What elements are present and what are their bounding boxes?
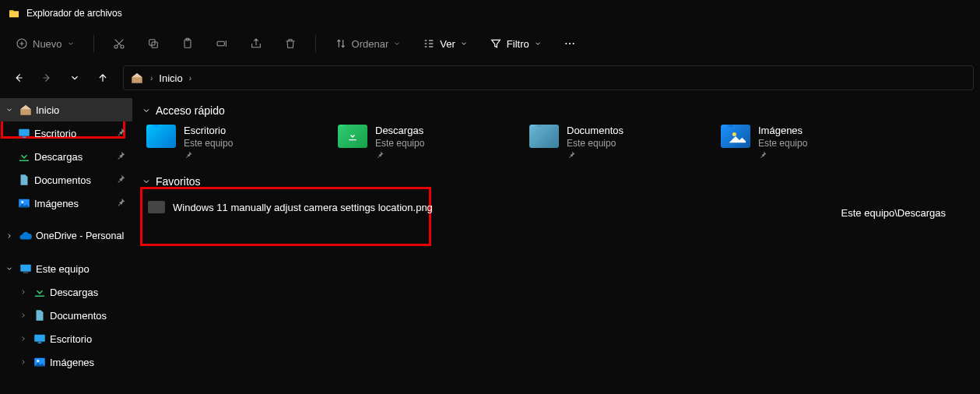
quick-access-item[interactable]: Imágenes Este equipo [721, 125, 892, 160]
arrow-right-icon [41, 72, 52, 83]
chevron-right-icon [5, 232, 13, 240]
chevron-right-icon [19, 288, 27, 296]
svg-point-2 [121, 45, 124, 48]
window-title: Explorador de archivos [26, 8, 122, 19]
nav-forward-button[interactable] [34, 65, 59, 90]
pc-icon [19, 262, 33, 276]
section-label: Favoritos [156, 175, 201, 188]
cut-button[interactable] [105, 33, 133, 55]
app-icon [8, 7, 20, 19]
new-button-label: Nuevo [33, 38, 62, 50]
sidebar-item-pc-imagenes[interactable]: Imágenes [0, 350, 132, 374]
quick-access-sub: Este equipo [567, 138, 623, 149]
copy-icon [147, 37, 160, 50]
svg-rect-17 [34, 335, 45, 342]
sidebar-item-onedrive[interactable]: OneDrive - Personal [0, 224, 132, 248]
copy-button[interactable] [139, 33, 167, 55]
home-icon [130, 71, 144, 85]
breadcrumb-root[interactable]: Inicio [159, 72, 182, 84]
folder-icon [721, 125, 750, 148]
sidebar-item-label: Este equipo [36, 263, 90, 275]
chevron-down-icon [5, 106, 13, 114]
quick-access-name: Documentos [567, 125, 623, 136]
pin-icon [115, 127, 126, 138]
sort-button-label: Ordenar [352, 38, 389, 50]
pin-icon [375, 150, 424, 160]
sidebar-item-pc-documentos[interactable]: Documentos [0, 304, 132, 327]
sidebar-item-descargas[interactable]: Descargas [0, 145, 132, 168]
sort-button[interactable]: Ordenar [327, 33, 409, 55]
desktop-icon [17, 126, 31, 140]
view-button-label: Ver [440, 38, 455, 50]
sidebar: Inicio Escritorio Descargas Documentos I… [0, 95, 132, 394]
svg-rect-15 [20, 265, 31, 272]
chevron-down-icon [460, 40, 468, 47]
rename-button[interactable] [208, 33, 236, 55]
cloud-icon [19, 229, 33, 243]
rename-icon [216, 37, 228, 50]
breadcrumb[interactable]: › Inicio › [123, 65, 974, 90]
svg-rect-18 [38, 343, 42, 344]
svg-point-10 [572, 43, 574, 44]
download-icon [17, 150, 31, 164]
quick-access-sub: Este equipo [758, 138, 807, 149]
toolbar: Nuevo Ordenar Ver Filtro [0, 26, 980, 61]
sidebar-item-documentos[interactable]: Documentos [0, 168, 132, 192]
svg-rect-12 [23, 137, 26, 139]
chevron-down-icon [142, 177, 151, 186]
toolbar-separator [315, 35, 316, 52]
quick-access-sub: Este equipo [375, 138, 424, 149]
section-quick-access[interactable]: Acceso rápido [142, 100, 972, 121]
sidebar-item-label: Imágenes [50, 357, 94, 368]
sidebar-item-label: Escritorio [34, 128, 76, 139]
sidebar-item-home[interactable]: Inicio [0, 98, 132, 121]
nav-row: › Inicio › [0, 61, 980, 95]
quick-access-sub: Este equipo [184, 138, 233, 149]
section-favorites[interactable]: Favoritos [142, 171, 972, 192]
picture-icon [33, 355, 47, 369]
share-button[interactable] [242, 33, 270, 55]
view-button[interactable]: Ver [415, 33, 476, 55]
paste-button[interactable] [174, 33, 202, 55]
sidebar-item-pc-descargas[interactable]: Descargas [0, 280, 132, 304]
chevron-right-icon [19, 335, 27, 343]
svg-point-14 [21, 201, 23, 203]
chevron-down-icon [5, 265, 13, 273]
chevron-right-icon [19, 311, 27, 319]
sidebar-item-label: Escritorio [50, 333, 92, 345]
quick-access-name: Descargas [375, 125, 424, 136]
nav-up-button[interactable] [90, 65, 115, 90]
quick-access-item[interactable]: Documentos Este equipo [529, 125, 701, 160]
more-button[interactable] [556, 33, 584, 55]
nav-recent-button[interactable] [62, 65, 87, 90]
folder-icon [529, 125, 559, 148]
quick-access-row: Escritorio Este equipo Descargas Este eq… [142, 121, 972, 167]
chevron-down-icon [393, 40, 401, 47]
pin-icon [758, 150, 807, 160]
sidebar-item-este-equipo[interactable]: Este equipo [0, 257, 132, 280]
folder-icon [146, 125, 176, 148]
delete-button[interactable] [276, 33, 304, 55]
sidebar-item-imagenes[interactable]: Imágenes [0, 192, 132, 215]
quick-access-item[interactable]: Descargas Este equipo [338, 125, 509, 160]
desktop-icon [33, 332, 47, 346]
svg-point-8 [565, 43, 567, 44]
view-icon [423, 37, 435, 50]
pin-icon [115, 197, 126, 208]
sidebar-item-pc-escritorio[interactable]: Escritorio [0, 327, 132, 350]
svg-point-20 [37, 360, 39, 362]
pin-icon [184, 150, 233, 160]
nav-back-button[interactable] [6, 65, 31, 90]
filter-button[interactable]: Filtro [482, 33, 550, 55]
filter-button-label: Filtro [507, 38, 529, 50]
filter-icon [490, 37, 502, 50]
quick-access-item[interactable]: Escritorio Este equipo [146, 125, 318, 160]
svg-point-21 [732, 132, 736, 136]
sidebar-item-label: Documentos [34, 174, 91, 186]
sidebar-item-escritorio[interactable]: Escritorio [0, 121, 132, 145]
breadcrumb-separator: › [150, 74, 153, 83]
new-button[interactable]: Nuevo [8, 33, 83, 55]
chevron-right-icon [19, 358, 27, 366]
chevron-down-icon [67, 40, 75, 47]
pin-icon [567, 150, 623, 160]
